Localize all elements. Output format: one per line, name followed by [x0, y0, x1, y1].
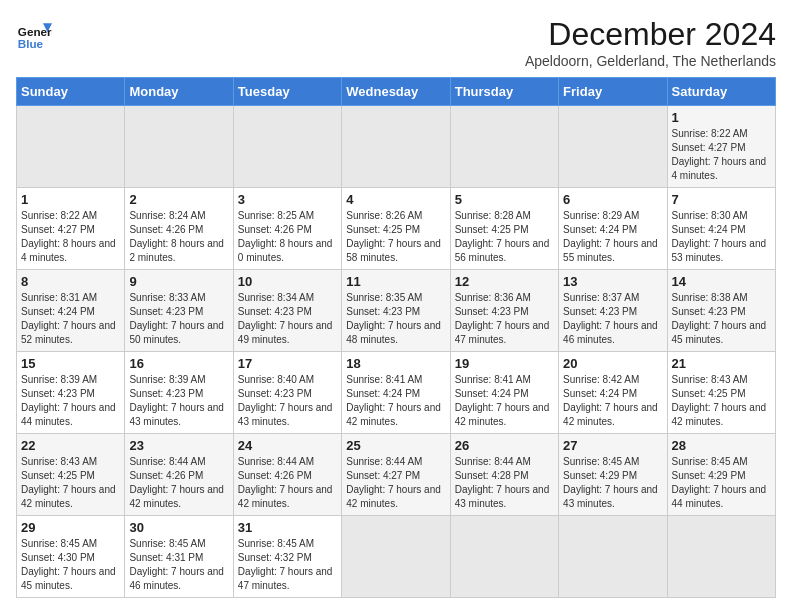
day-number: 16 [129, 356, 228, 371]
calendar-cell: 4 Sunrise: 8:26 AMSunset: 4:25 PMDayligh… [342, 188, 450, 270]
calendar-cell: 7 Sunrise: 8:30 AMSunset: 4:24 PMDayligh… [667, 188, 775, 270]
calendar-cell: 14 Sunrise: 8:38 AMSunset: 4:23 PMDaylig… [667, 270, 775, 352]
cell-info: Sunrise: 8:45 AMSunset: 4:32 PMDaylight:… [238, 538, 333, 591]
day-number: 22 [21, 438, 120, 453]
calendar-cell: 23 Sunrise: 8:44 AMSunset: 4:26 PMDaylig… [125, 434, 233, 516]
calendar-cell: 30 Sunrise: 8:45 AMSunset: 4:31 PMDaylig… [125, 516, 233, 598]
header-day-sunday: Sunday [17, 78, 125, 106]
location-subtitle: Apeldoorn, Gelderland, The Netherlands [525, 53, 776, 69]
calendar-cell: 13 Sunrise: 8:37 AMSunset: 4:23 PMDaylig… [559, 270, 667, 352]
cell-info: Sunrise: 8:44 AMSunset: 4:26 PMDaylight:… [129, 456, 224, 509]
calendar-cell: 26 Sunrise: 8:44 AMSunset: 4:28 PMDaylig… [450, 434, 558, 516]
calendar-cell: 24 Sunrise: 8:44 AMSunset: 4:26 PMDaylig… [233, 434, 341, 516]
header-day-tuesday: Tuesday [233, 78, 341, 106]
calendar-cell: 28 Sunrise: 8:45 AMSunset: 4:29 PMDaylig… [667, 434, 775, 516]
day-number: 2 [129, 192, 228, 207]
cell-info: Sunrise: 8:45 AMSunset: 4:30 PMDaylight:… [21, 538, 116, 591]
cell-info: Sunrise: 8:39 AMSunset: 4:23 PMDaylight:… [21, 374, 116, 427]
day-number: 7 [672, 192, 771, 207]
cell-info: Sunrise: 8:35 AMSunset: 4:23 PMDaylight:… [346, 292, 441, 345]
header-day-friday: Friday [559, 78, 667, 106]
calendar-week-3: 15 Sunrise: 8:39 AMSunset: 4:23 PMDaylig… [17, 352, 776, 434]
calendar-cell: 1 Sunrise: 8:22 AMSunset: 4:27 PMDayligh… [17, 188, 125, 270]
cell-info: Sunrise: 8:45 AMSunset: 4:31 PMDaylight:… [129, 538, 224, 591]
cell-info: Sunrise: 8:44 AMSunset: 4:28 PMDaylight:… [455, 456, 550, 509]
cell-info: Sunrise: 8:29 AMSunset: 4:24 PMDaylight:… [563, 210, 658, 263]
cell-info: Sunrise: 8:40 AMSunset: 4:23 PMDaylight:… [238, 374, 333, 427]
cell-info: Sunrise: 8:44 AMSunset: 4:27 PMDaylight:… [346, 456, 441, 509]
calendar-cell [233, 106, 341, 188]
day-number: 24 [238, 438, 337, 453]
day-number: 15 [21, 356, 120, 371]
cell-info: Sunrise: 8:37 AMSunset: 4:23 PMDaylight:… [563, 292, 658, 345]
calendar-cell: 27 Sunrise: 8:45 AMSunset: 4:29 PMDaylig… [559, 434, 667, 516]
day-number: 1 [672, 110, 771, 125]
day-number: 20 [563, 356, 662, 371]
calendar-cell: 11 Sunrise: 8:35 AMSunset: 4:23 PMDaylig… [342, 270, 450, 352]
calendar-cell [342, 516, 450, 598]
cell-info: Sunrise: 8:28 AMSunset: 4:25 PMDaylight:… [455, 210, 550, 263]
day-number: 12 [455, 274, 554, 289]
day-number: 31 [238, 520, 337, 535]
day-number: 13 [563, 274, 662, 289]
calendar-cell: 18 Sunrise: 8:41 AMSunset: 4:24 PMDaylig… [342, 352, 450, 434]
calendar-cell: 17 Sunrise: 8:40 AMSunset: 4:23 PMDaylig… [233, 352, 341, 434]
day-number: 4 [346, 192, 445, 207]
day-number: 11 [346, 274, 445, 289]
day-number: 19 [455, 356, 554, 371]
day-number: 26 [455, 438, 554, 453]
calendar-cell: 19 Sunrise: 8:41 AMSunset: 4:24 PMDaylig… [450, 352, 558, 434]
day-number: 1 [21, 192, 120, 207]
cell-info: Sunrise: 8:24 AMSunset: 4:26 PMDaylight:… [129, 210, 224, 263]
header-day-thursday: Thursday [450, 78, 558, 106]
day-number: 9 [129, 274, 228, 289]
cell-info: Sunrise: 8:39 AMSunset: 4:23 PMDaylight:… [129, 374, 224, 427]
calendar-week-0: 1 Sunrise: 8:22 AMSunset: 4:27 PMDayligh… [17, 106, 776, 188]
day-number: 21 [672, 356, 771, 371]
title-block: December 2024 Apeldoorn, Gelderland, The… [525, 16, 776, 69]
day-number: 25 [346, 438, 445, 453]
day-number: 29 [21, 520, 120, 535]
day-number: 30 [129, 520, 228, 535]
calendar-cell [450, 106, 558, 188]
calendar-cell: 16 Sunrise: 8:39 AMSunset: 4:23 PMDaylig… [125, 352, 233, 434]
calendar-cell: 5 Sunrise: 8:28 AMSunset: 4:25 PMDayligh… [450, 188, 558, 270]
cell-info: Sunrise: 8:42 AMSunset: 4:24 PMDaylight:… [563, 374, 658, 427]
cell-info: Sunrise: 8:41 AMSunset: 4:24 PMDaylight:… [455, 374, 550, 427]
day-number: 14 [672, 274, 771, 289]
day-number: 6 [563, 192, 662, 207]
cell-info: Sunrise: 8:45 AMSunset: 4:29 PMDaylight:… [563, 456, 658, 509]
calendar-cell: 21 Sunrise: 8:43 AMSunset: 4:25 PMDaylig… [667, 352, 775, 434]
day-number: 28 [672, 438, 771, 453]
calendar-table: SundayMondayTuesdayWednesdayThursdayFrid… [16, 77, 776, 598]
calendar-cell: 29 Sunrise: 8:45 AMSunset: 4:30 PMDaylig… [17, 516, 125, 598]
page-header: General Blue December 2024 Apeldoorn, Ge… [16, 16, 776, 69]
day-number: 5 [455, 192, 554, 207]
calendar-week-1: 1 Sunrise: 8:22 AMSunset: 4:27 PMDayligh… [17, 188, 776, 270]
day-number: 10 [238, 274, 337, 289]
svg-text:Blue: Blue [18, 37, 44, 50]
day-number: 3 [238, 192, 337, 207]
header-day-saturday: Saturday [667, 78, 775, 106]
cell-info: Sunrise: 8:25 AMSunset: 4:26 PMDaylight:… [238, 210, 333, 263]
cell-info: Sunrise: 8:30 AMSunset: 4:24 PMDaylight:… [672, 210, 767, 263]
cell-info: Sunrise: 8:44 AMSunset: 4:26 PMDaylight:… [238, 456, 333, 509]
day-number: 8 [21, 274, 120, 289]
calendar-cell: 6 Sunrise: 8:29 AMSunset: 4:24 PMDayligh… [559, 188, 667, 270]
calendar-cell [342, 106, 450, 188]
calendar-cell [559, 516, 667, 598]
cell-info: Sunrise: 8:33 AMSunset: 4:23 PMDaylight:… [129, 292, 224, 345]
calendar-cell: 2 Sunrise: 8:24 AMSunset: 4:26 PMDayligh… [125, 188, 233, 270]
header-day-monday: Monday [125, 78, 233, 106]
cell-info: Sunrise: 8:45 AMSunset: 4:29 PMDaylight:… [672, 456, 767, 509]
calendar-cell [667, 516, 775, 598]
logo: General Blue [16, 16, 52, 52]
calendar-cell: 31 Sunrise: 8:45 AMSunset: 4:32 PMDaylig… [233, 516, 341, 598]
calendar-cell: 9 Sunrise: 8:33 AMSunset: 4:23 PMDayligh… [125, 270, 233, 352]
calendar-header: SundayMondayTuesdayWednesdayThursdayFrid… [17, 78, 776, 106]
calendar-cell [17, 106, 125, 188]
day-number: 18 [346, 356, 445, 371]
logo-icon: General Blue [16, 16, 52, 52]
calendar-cell [450, 516, 558, 598]
cell-info: Sunrise: 8:34 AMSunset: 4:23 PMDaylight:… [238, 292, 333, 345]
